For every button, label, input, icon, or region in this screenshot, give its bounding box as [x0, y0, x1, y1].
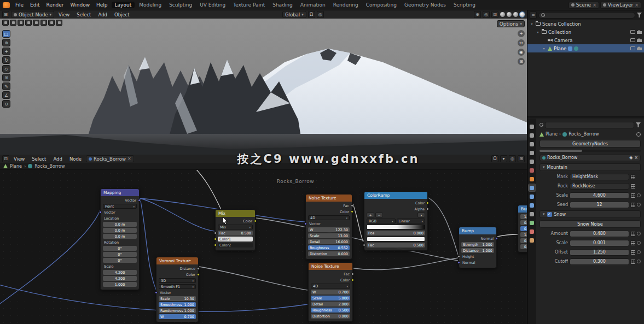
node-voronoi-texture[interactable]: Voronoi TextureDistanceColor3D▾Smooth F1…	[156, 257, 199, 322]
smooth-f1-dropdown[interactable]: Smooth F1▾	[159, 284, 196, 289]
physics-tab[interactable]	[529, 202, 536, 209]
overlays-icon[interactable]: ◎	[483, 11, 490, 18]
outliner-row-plane[interactable]: ▾Plane	[527, 44, 644, 52]
distortion-field[interactable]: Distortion0.000	[308, 251, 350, 256]
color2-socket[interactable]	[214, 244, 217, 246]
normal-socket[interactable]	[495, 237, 498, 240]
scale-field[interactable]: Scale10.30	[159, 296, 196, 301]
w-field[interactable]: W0.700	[159, 314, 196, 319]
clear-icon[interactable]: ×	[635, 3, 639, 8]
view-layer-selector[interactable]: ViewLayer×	[600, 2, 641, 9]
viewport-display-toggle[interactable]	[630, 30, 635, 34]
value-field[interactable]: 0°	[103, 252, 137, 257]
zoom-gizmo-icon[interactable]: +	[518, 30, 525, 37]
keyframe-decorator[interactable]	[637, 193, 641, 197]
color1-swatch[interactable]: Color1	[218, 237, 253, 241]
4d-dropdown[interactable]: 4D▾	[311, 284, 350, 288]
value-field[interactable]: 0°	[103, 258, 137, 263]
tool-setting-icon[interactable]	[18, 20, 24, 26]
color1-socket[interactable]	[214, 238, 217, 240]
snap-mode-dropdown[interactable]: ▾	[500, 155, 507, 162]
alpha-socket[interactable]	[426, 208, 429, 210]
grid-icon[interactable]: ⊞	[518, 155, 525, 162]
tool-setting-icon[interactable]	[48, 20, 55, 26]
pos-field[interactable]: Pos0.000	[367, 231, 425, 235]
scale-field[interactable]: 4.600	[570, 192, 629, 199]
tool-cursor[interactable]: ⊕	[2, 39, 10, 46]
fac-field[interactable]: Fac0.500	[367, 243, 425, 248]
vector-socket[interactable]	[138, 199, 141, 202]
properties-panel[interactable]: Plane›Rocks_BorrowGeometryNodesRocks_Bor…	[527, 119, 644, 324]
tab-rendering[interactable]: Rendering	[330, 2, 362, 8]
value-field[interactable]: 1.0	[520, 232, 527, 237]
shield-icon[interactable]: ◈	[629, 155, 633, 160]
scene-selector[interactable]: Scene×	[568, 2, 599, 9]
tab-uv-editing[interactable]: UV Editing	[196, 2, 229, 8]
roughness-field[interactable]: Roughness0.552	[308, 245, 350, 250]
node-menu-node[interactable]: Node	[67, 156, 84, 162]
disclosure-icon[interactable]: ▾	[536, 30, 540, 34]
color-socket[interactable]	[351, 279, 354, 281]
properties-search-input[interactable]	[545, 122, 634, 128]
texture-tab[interactable]	[529, 237, 536, 244]
vector-socket[interactable]	[155, 291, 158, 294]
normal-socket[interactable]	[457, 261, 460, 264]
outliner-row-scene-collection[interactable]: ▾Scene Collection	[527, 20, 644, 28]
overlays-icon[interactable]: ◎	[509, 155, 516, 162]
snap-magnet-icon[interactable]: Ω	[491, 155, 498, 162]
fac-socket[interactable]	[351, 273, 354, 275]
w-field[interactable]: W122.30	[308, 227, 350, 232]
transform-orientation-dropdown[interactable]: Global▾	[282, 11, 306, 18]
mask-field[interactable]: HeightMask	[570, 174, 629, 180]
viewport-3d[interactable]: ⊞Object Mode▾ViewSelectAddObjectGlobal▾Ω…	[0, 10, 527, 155]
value-field[interactable]: 0.0 m	[103, 222, 137, 227]
material-tab[interactable]	[529, 228, 536, 235]
height-socket[interactable]	[457, 255, 460, 258]
color-socket[interactable]	[426, 202, 429, 204]
xray-icon[interactable]: ⊡	[491, 11, 498, 18]
shading-solid-icon[interactable]	[507, 12, 512, 17]
view-layer-tab[interactable]	[529, 149, 536, 156]
tab-shading[interactable]: Shading	[269, 2, 296, 8]
modifier-name-button[interactable]: GeometryNodes	[539, 140, 641, 148]
node-title[interactable]: Noise Texture	[309, 263, 352, 270]
tab-scripting[interactable]: Scripting	[450, 2, 479, 8]
viewport-menu-view[interactable]: View	[56, 11, 72, 18]
node-title[interactable]: ColorRamp	[364, 192, 427, 199]
4d-dropdown[interactable]: 4D▾	[308, 215, 350, 220]
detail-field[interactable]: Detail2.000	[311, 302, 350, 307]
attribute-toggle-icon[interactable]	[631, 193, 635, 198]
node-bump[interactable]: BumpNormalStrength1.000Distance1.000Heig…	[459, 227, 497, 268]
tool-setting-icon[interactable]	[10, 20, 16, 26]
remove-stop-button[interactable]: −	[375, 213, 383, 217]
tab-layout[interactable]: Layout	[112, 2, 135, 8]
section-checkbox[interactable]: ✓	[547, 212, 552, 217]
tool-transform[interactable]: ⊞	[2, 74, 10, 81]
ramp-options-dropdown[interactable]: ▾	[417, 213, 425, 217]
world-tab[interactable]	[529, 167, 536, 174]
value-field[interactable]: 0.1	[520, 238, 527, 243]
object-data-tab[interactable]	[529, 219, 536, 226]
attribute-toggle-icon[interactable]	[631, 203, 635, 207]
tab-compositing[interactable]: Compositing	[363, 2, 400, 8]
blender-logo-icon[interactable]	[3, 2, 10, 8]
editor-type-icon[interactable]: ⊡	[2, 155, 9, 162]
constraints-tab[interactable]	[529, 210, 536, 217]
viewport-display-toggle[interactable]	[630, 46, 635, 50]
color-socket[interactable]	[254, 220, 257, 222]
value-field[interactable]: 0.0 m	[103, 228, 137, 233]
tool-setting-icon[interactable]	[25, 20, 32, 26]
fac-field[interactable]: Fac0.500	[218, 231, 253, 235]
node-title[interactable]: Mix	[216, 210, 255, 217]
3d-dropdown[interactable]: 3D▾	[159, 278, 196, 283]
node-bump-partial[interactable]: Bump1.00.50.31.00.10.5	[518, 205, 527, 252]
output-tab[interactable]	[529, 140, 536, 148]
randomness-field[interactable]: Randomness1.000	[159, 308, 196, 313]
viewport-menu-object[interactable]: Object	[112, 11, 132, 18]
scale-field[interactable]: Scale5.000	[311, 296, 350, 301]
value-field[interactable]: 1.0	[520, 214, 527, 219]
scale-field[interactable]: Scale13.00	[308, 233, 350, 238]
w-field[interactable]: W0.700	[311, 290, 350, 294]
snap-magnet-icon[interactable]: Ω	[308, 11, 315, 18]
roughness-field[interactable]: Roughness0.500	[311, 308, 350, 313]
